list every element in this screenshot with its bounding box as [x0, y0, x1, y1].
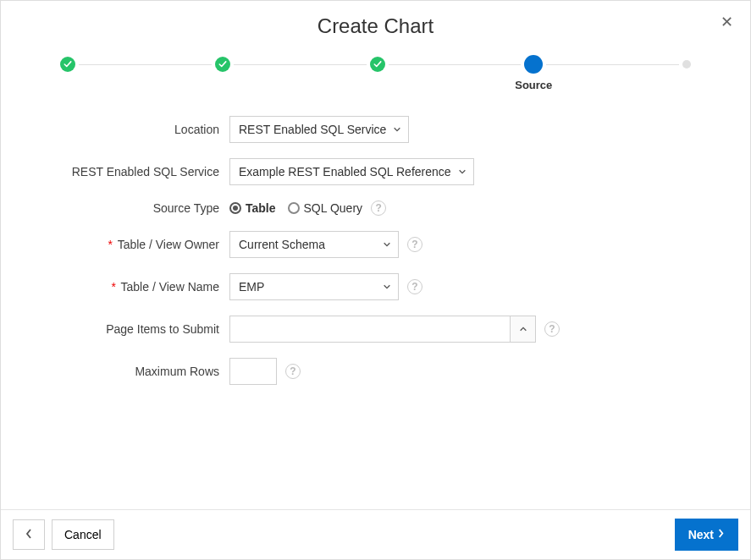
form-area: Location REST Enabled SQL Service REST E…: [1, 99, 750, 509]
rest-service-select[interactable]: Example REST Enabled SQL Reference: [229, 158, 474, 185]
chevron-down-icon: [393, 123, 401, 136]
close-icon[interactable]: ✕: [721, 14, 733, 30]
step-4-current[interactable]: Source: [524, 55, 543, 74]
help-icon[interactable]: ?: [407, 237, 422, 252]
table-owner-select[interactable]: Current Schema: [229, 231, 399, 258]
dialog-header: Create Chart ✕: [1, 1, 750, 45]
help-icon[interactable]: ?: [544, 321, 560, 337]
step-connector: [79, 64, 212, 65]
help-icon[interactable]: ?: [371, 200, 386, 216]
step-2[interactable]: [215, 57, 230, 72]
table-name-label-text: Table / View Name: [121, 280, 219, 294]
rest-service-value: Example REST Enabled SQL Reference: [239, 165, 451, 178]
cancel-button[interactable]: Cancel: [52, 519, 114, 550]
location-label: Location: [35, 123, 229, 136]
next-button[interactable]: Next: [675, 519, 738, 551]
row-table-owner: * Table / View Owner Current Schema ?: [35, 231, 716, 258]
chevron-down-icon: [383, 280, 391, 294]
step-connector: [389, 64, 522, 65]
table-owner-value: Current Schema: [239, 238, 325, 251]
table-owner-label-text: Table / View Owner: [118, 238, 219, 251]
back-button[interactable]: [13, 519, 45, 550]
page-items-field: [229, 316, 536, 343]
step-label: Source: [515, 79, 552, 91]
row-table-name: * Table / View Name EMP ?: [35, 273, 716, 300]
future-step-icon: [682, 60, 691, 69]
table-name-value: EMP: [239, 280, 264, 294]
chevron-right-icon: [717, 528, 725, 541]
row-rest-service: REST Enabled SQL Service Example REST En…: [35, 158, 716, 185]
check-icon: [60, 57, 75, 72]
location-value: REST Enabled SQL Service: [239, 123, 386, 136]
row-source-type: Source Type Table SQL Query ?: [35, 200, 716, 216]
table-name-select[interactable]: EMP: [229, 273, 399, 300]
step-connector: [546, 64, 679, 65]
page-items-label: Page Items to Submit: [35, 322, 229, 336]
check-icon: [215, 57, 230, 72]
chevron-down-icon: [458, 165, 467, 178]
step-1[interactable]: [60, 57, 75, 72]
radio-icon: [288, 202, 300, 214]
radio-icon: [229, 202, 241, 214]
dialog-footer: Cancel Next: [1, 509, 750, 559]
next-button-label: Next: [688, 528, 714, 541]
check-icon: [370, 57, 385, 72]
help-icon[interactable]: ?: [407, 279, 422, 294]
footer-left: Cancel: [13, 519, 114, 550]
radio-label-sql: SQL Query: [304, 201, 363, 215]
chevron-down-icon: [383, 238, 391, 251]
radio-label-table: Table: [246, 201, 276, 215]
chevron-up-icon: [519, 322, 527, 336]
max-rows-input[interactable]: [229, 358, 277, 385]
required-icon: *: [111, 280, 115, 294]
step-5: [682, 60, 691, 69]
rest-service-label: REST Enabled SQL Service: [35, 165, 229, 178]
source-type-table-radio[interactable]: Table: [229, 201, 276, 215]
max-rows-label: Maximum Rows: [35, 365, 229, 378]
row-page-items: Page Items to Submit ?: [35, 316, 716, 343]
table-name-label: * Table / View Name: [35, 280, 229, 294]
dialog-title: Create Chart: [1, 14, 750, 38]
help-icon[interactable]: ?: [285, 364, 301, 379]
location-select[interactable]: REST Enabled SQL Service: [229, 116, 409, 143]
page-items-input[interactable]: [230, 316, 510, 342]
required-icon: *: [108, 238, 113, 251]
chevron-left-icon: [25, 528, 33, 542]
source-type-label: Source Type: [35, 201, 229, 215]
step-3[interactable]: [370, 57, 385, 72]
table-owner-label: * Table / View Owner: [35, 238, 229, 251]
row-max-rows: Maximum Rows ?: [35, 358, 716, 385]
current-step-icon: [524, 55, 543, 74]
wizard-stepper: Source: [1, 45, 750, 99]
step-connector: [234, 64, 367, 65]
source-type-sql-radio[interactable]: SQL Query: [288, 201, 363, 215]
source-type-radio-group: Table SQL Query: [229, 201, 362, 215]
row-location: Location REST Enabled SQL Service: [35, 116, 716, 143]
create-chart-dialog: Create Chart ✕ Source: [0, 0, 751, 560]
page-items-popup-button[interactable]: [510, 316, 535, 342]
